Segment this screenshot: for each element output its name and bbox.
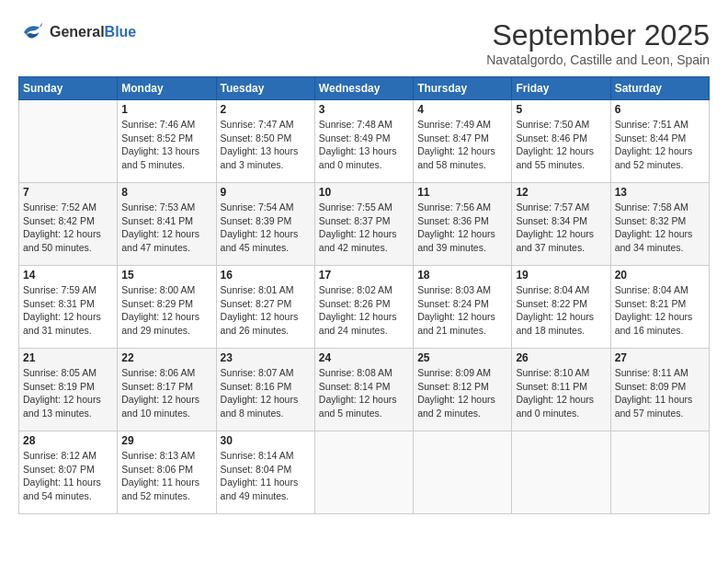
calendar-day-cell: 16Sunrise: 8:01 AM Sunset: 8:27 PM Dayli… [216, 266, 314, 349]
calendar-table: SundayMondayTuesdayWednesdayThursdayFrid… [18, 76, 710, 514]
day-info: Sunrise: 8:00 AM Sunset: 8:29 PM Dayligh… [121, 283, 211, 338]
calendar-day-cell: 25Sunrise: 8:09 AM Sunset: 8:12 PM Dayli… [414, 349, 512, 431]
day-info: Sunrise: 8:11 AM Sunset: 8:09 PM Dayligh… [615, 366, 705, 420]
day-info: Sunrise: 7:46 AM Sunset: 8:52 PM Dayligh… [121, 118, 211, 172]
calendar-day-cell: 19Sunrise: 8:04 AM Sunset: 8:22 PM Dayli… [512, 266, 610, 349]
day-info: Sunrise: 8:04 AM Sunset: 8:21 PM Dayligh… [615, 283, 705, 338]
day-number: 13 [615, 186, 705, 199]
day-number: 2 [221, 103, 311, 116]
calendar-day-cell: 8Sunrise: 7:53 AM Sunset: 8:41 PM Daylig… [118, 183, 216, 266]
weekday-header: Monday [118, 77, 216, 100]
day-number: 16 [221, 269, 311, 282]
day-info: Sunrise: 8:04 AM Sunset: 8:22 PM Dayligh… [516, 283, 606, 338]
day-info: Sunrise: 8:05 AM Sunset: 8:19 PM Dayligh… [23, 366, 113, 420]
day-info: Sunrise: 7:53 AM Sunset: 8:41 PM Dayligh… [121, 201, 211, 255]
day-number: 6 [615, 103, 705, 116]
logo: GeneralBlue [18, 18, 136, 46]
day-number: 7 [23, 186, 113, 199]
day-number: 21 [23, 351, 113, 364]
logo-text: GeneralBlue [50, 24, 136, 40]
calendar-day-cell: 13Sunrise: 7:58 AM Sunset: 8:32 PM Dayli… [610, 183, 709, 266]
day-info: Sunrise: 8:03 AM Sunset: 8:24 PM Dayligh… [417, 283, 507, 338]
day-number: 18 [417, 269, 507, 282]
calendar-day-cell: 30Sunrise: 8:14 AM Sunset: 8:04 PM Dayli… [216, 431, 314, 514]
day-info: Sunrise: 7:49 AM Sunset: 8:47 PM Dayligh… [417, 118, 507, 172]
calendar-day-cell [414, 431, 512, 514]
day-info: Sunrise: 8:06 AM Sunset: 8:17 PM Dayligh… [121, 366, 211, 420]
day-number: 19 [516, 269, 606, 282]
calendar-day-cell: 20Sunrise: 8:04 AM Sunset: 8:21 PM Dayli… [610, 266, 709, 349]
day-number: 10 [319, 186, 409, 199]
day-number: 27 [615, 351, 705, 364]
calendar-week-row: 14Sunrise: 7:59 AM Sunset: 8:31 PM Dayli… [19, 266, 710, 349]
calendar-day-cell: 22Sunrise: 8:06 AM Sunset: 8:17 PM Dayli… [118, 349, 216, 431]
calendar-header-row: SundayMondayTuesdayWednesdayThursdayFrid… [19, 77, 710, 100]
day-number: 3 [319, 103, 409, 116]
calendar-day-cell: 1Sunrise: 7:46 AM Sunset: 8:52 PM Daylig… [118, 100, 216, 183]
calendar-day-cell: 29Sunrise: 8:13 AM Sunset: 8:06 PM Dayli… [118, 431, 216, 514]
calendar-day-cell: 23Sunrise: 8:07 AM Sunset: 8:16 PM Dayli… [216, 349, 314, 431]
title-area: September 2025 Navatalgordo, Castille an… [486, 18, 710, 67]
day-info: Sunrise: 7:50 AM Sunset: 8:46 PM Dayligh… [516, 118, 606, 172]
day-number: 29 [121, 434, 211, 447]
calendar-day-cell: 2Sunrise: 7:47 AM Sunset: 8:50 PM Daylig… [216, 100, 314, 183]
day-number: 11 [417, 186, 507, 199]
calendar-day-cell: 15Sunrise: 8:00 AM Sunset: 8:29 PM Dayli… [118, 266, 216, 349]
day-number: 20 [615, 269, 705, 282]
weekday-header: Tuesday [216, 77, 314, 100]
calendar-day-cell: 12Sunrise: 7:57 AM Sunset: 8:34 PM Dayli… [512, 183, 610, 266]
calendar-day-cell: 18Sunrise: 8:03 AM Sunset: 8:24 PM Dayli… [414, 266, 512, 349]
calendar-day-cell [19, 100, 118, 183]
day-info: Sunrise: 7:56 AM Sunset: 8:36 PM Dayligh… [417, 201, 507, 255]
day-info: Sunrise: 8:12 AM Sunset: 8:07 PM Dayligh… [23, 449, 113, 503]
day-number: 8 [121, 186, 211, 199]
day-number: 25 [417, 351, 507, 364]
weekday-header: Saturday [610, 77, 709, 100]
day-info: Sunrise: 7:59 AM Sunset: 8:31 PM Dayligh… [23, 283, 113, 338]
calendar-day-cell: 14Sunrise: 7:59 AM Sunset: 8:31 PM Dayli… [19, 266, 118, 349]
day-number: 5 [516, 103, 606, 116]
day-number: 26 [516, 351, 606, 364]
day-number: 15 [121, 269, 211, 282]
day-info: Sunrise: 7:55 AM Sunset: 8:37 PM Dayligh… [319, 201, 409, 255]
day-info: Sunrise: 8:01 AM Sunset: 8:27 PM Dayligh… [221, 283, 311, 338]
day-number: 14 [23, 269, 113, 282]
day-number: 28 [23, 434, 113, 447]
calendar-week-row: 28Sunrise: 8:12 AM Sunset: 8:07 PM Dayli… [19, 431, 710, 514]
calendar-day-cell: 28Sunrise: 8:12 AM Sunset: 8:07 PM Dayli… [19, 431, 118, 514]
day-info: Sunrise: 8:07 AM Sunset: 8:16 PM Dayligh… [221, 366, 311, 420]
calendar-week-row: 1Sunrise: 7:46 AM Sunset: 8:52 PM Daylig… [19, 100, 710, 183]
day-number: 23 [221, 351, 311, 364]
calendar-day-cell: 5Sunrise: 7:50 AM Sunset: 8:46 PM Daylig… [512, 100, 610, 183]
day-info: Sunrise: 8:08 AM Sunset: 8:14 PM Dayligh… [319, 366, 409, 420]
day-info: Sunrise: 7:47 AM Sunset: 8:50 PM Dayligh… [221, 118, 311, 172]
day-info: Sunrise: 7:48 AM Sunset: 8:49 PM Dayligh… [319, 118, 409, 172]
day-info: Sunrise: 7:57 AM Sunset: 8:34 PM Dayligh… [516, 201, 606, 255]
day-number: 9 [221, 186, 311, 199]
day-info: Sunrise: 7:51 AM Sunset: 8:44 PM Dayligh… [615, 118, 705, 172]
calendar-day-cell: 26Sunrise: 8:10 AM Sunset: 8:11 PM Dayli… [512, 349, 610, 431]
weekday-header: Thursday [414, 77, 512, 100]
calendar-week-row: 7Sunrise: 7:52 AM Sunset: 8:42 PM Daylig… [19, 183, 710, 266]
day-info: Sunrise: 8:09 AM Sunset: 8:12 PM Dayligh… [417, 366, 507, 420]
calendar-day-cell [512, 431, 610, 514]
day-number: 17 [319, 269, 409, 282]
calendar-day-cell: 9Sunrise: 7:54 AM Sunset: 8:39 PM Daylig… [216, 183, 314, 266]
month-title: September 2025 [486, 18, 710, 52]
weekday-header: Wednesday [314, 77, 413, 100]
day-number: 1 [121, 103, 211, 116]
day-info: Sunrise: 7:58 AM Sunset: 8:32 PM Dayligh… [615, 201, 705, 255]
day-info: Sunrise: 7:54 AM Sunset: 8:39 PM Dayligh… [221, 201, 311, 255]
calendar-day-cell: 10Sunrise: 7:55 AM Sunset: 8:37 PM Dayli… [314, 183, 413, 266]
day-info: Sunrise: 8:14 AM Sunset: 8:04 PM Dayligh… [221, 449, 311, 503]
calendar-day-cell: 4Sunrise: 7:49 AM Sunset: 8:47 PM Daylig… [414, 100, 512, 183]
calendar-day-cell: 6Sunrise: 7:51 AM Sunset: 8:44 PM Daylig… [610, 100, 709, 183]
calendar-day-cell: 17Sunrise: 8:02 AM Sunset: 8:26 PM Dayli… [314, 266, 413, 349]
calendar-day-cell: 3Sunrise: 7:48 AM Sunset: 8:49 PM Daylig… [314, 100, 413, 183]
logo-icon [18, 18, 46, 46]
day-info: Sunrise: 8:10 AM Sunset: 8:11 PM Dayligh… [516, 366, 606, 420]
calendar-day-cell [610, 431, 709, 514]
calendar-week-row: 21Sunrise: 8:05 AM Sunset: 8:19 PM Dayli… [19, 349, 710, 431]
day-number: 12 [516, 186, 606, 199]
location-subtitle: Navatalgordo, Castille and Leon, Spain [486, 52, 710, 67]
